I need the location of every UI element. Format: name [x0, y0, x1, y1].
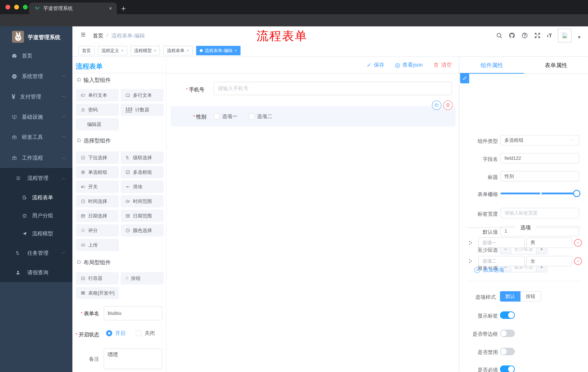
font-size-icon[interactable]: тT	[547, 32, 552, 39]
delete-component-button[interactable]	[443, 100, 453, 110]
component-card-editor[interactable]: 编辑器	[76, 118, 119, 130]
tag-process-form-edit[interactable]: 流程表单-编辑×	[196, 46, 241, 55]
component-card-rate[interactable]: ☆评分	[76, 224, 119, 237]
sidebar-item-payment[interactable]: ¥ 支付管理 ﹀	[0, 87, 73, 106]
title-input[interactable]	[501, 171, 579, 181]
save-button[interactable]: ✓ 保存	[367, 61, 384, 69]
component-card-date-range[interactable]: 日期范围	[121, 210, 164, 222]
radio-selected-icon[interactable]	[106, 330, 112, 336]
status-radio-off[interactable]: 关闭	[136, 330, 155, 337]
component-card-cascader[interactable]: 级联选择	[121, 151, 164, 164]
help-icon[interactable]	[521, 32, 528, 39]
new-tab-button[interactable]: +	[121, 4, 126, 13]
component-card-password[interactable]: 密码	[76, 104, 119, 116]
component-card-date-picker[interactable]: 日期选择	[76, 210, 119, 222]
remove-option-button[interactable]: −	[574, 239, 582, 247]
sidebar-item-infrastructure[interactable]: 基础设施 ﹀	[0, 107, 73, 127]
component-card-switch[interactable]: 开关	[76, 181, 119, 193]
gender-option-1[interactable]: 选项一	[214, 113, 237, 120]
sidebar-item-process-form[interactable]: 流程表单	[0, 188, 73, 207]
with-border-toggle[interactable]	[500, 329, 515, 337]
option-1-label-input[interactable]	[478, 237, 525, 248]
close-tag-icon[interactable]: ×	[187, 48, 189, 53]
tag-process-definition[interactable]: 流程定义×	[98, 46, 127, 55]
search-icon[interactable]	[496, 32, 503, 39]
component-card-counter[interactable]: 123计数器	[121, 104, 164, 116]
clear-button[interactable]: 清空	[433, 61, 452, 69]
tag-process-form[interactable]: 流程表单×	[163, 46, 193, 55]
close-tag-icon[interactable]: ×	[235, 48, 237, 53]
show-label-toggle[interactable]	[500, 311, 515, 319]
sidebar-item-workflow[interactable]: 工作流程 ︿	[0, 149, 73, 167]
link-tag-button[interactable]	[460, 73, 469, 83]
user-avatar[interactable]	[558, 29, 572, 43]
component-card-slider[interactable]: 滑块	[121, 181, 164, 193]
selected-component-block[interactable]	[171, 106, 456, 127]
drag-handle-icon[interactable]	[467, 240, 473, 246]
option-2-value-input[interactable]	[526, 256, 572, 266]
close-tag-icon[interactable]: ×	[154, 48, 156, 53]
sidebar-item-dev-tools[interactable]: 研发工具 ﹀	[0, 128, 73, 147]
checkbox-unchecked-icon[interactable]	[249, 114, 254, 119]
component-card-dropdown[interactable]: 下拉选择	[76, 151, 119, 164]
slider-handle[interactable]	[573, 190, 580, 197]
form-remark-textarea[interactable]: 嘿嘿	[104, 348, 162, 369]
gender-option-2[interactable]: 选项二	[249, 113, 272, 120]
phone-field-input[interactable]	[214, 82, 452, 95]
window-controls[interactable]	[5, 5, 28, 10]
component-card-button[interactable]: ☝按钮	[121, 272, 164, 285]
component-card-row-container[interactable]: 行容器	[76, 272, 119, 285]
tab-component-props[interactable]: 组件属性	[460, 57, 524, 74]
close-tab-icon[interactable]: ×	[109, 5, 112, 11]
tag-process-model[interactable]: 流程模型×	[131, 46, 160, 55]
status-radio-on[interactable]: 开启	[106, 330, 125, 337]
avatar-dropdown-caret-icon[interactable]: ▾	[578, 34, 580, 40]
close-tag-icon[interactable]: ×	[121, 48, 124, 53]
sidebar-item-leave-query[interactable]: 请假查询	[0, 263, 73, 282]
component-card-single-line-text[interactable]: 单行文本	[76, 89, 119, 101]
remove-option-button[interactable]: −	[574, 257, 582, 265]
collapse-sidebar-icon[interactable]	[80, 32, 86, 37]
component-card-table-wip[interactable]: 表格[开发中]	[76, 287, 119, 299]
label-width-input[interactable]	[501, 208, 579, 218]
component-card-time-range[interactable]: 时间范围	[121, 195, 164, 207]
sidebar-item-process-management[interactable]: 流程管理 ︿	[0, 169, 73, 188]
component-card-time-picker[interactable]: 时间选择	[76, 195, 119, 207]
fullscreen-icon[interactable]	[534, 32, 541, 39]
sidebar-item-home[interactable]: 首页	[0, 46, 73, 65]
sidebar-item-task-management[interactable]: 任务管理 ﹀	[0, 244, 73, 263]
form-name-input[interactable]	[104, 306, 162, 320]
sidebar-item-system[interactable]: 系统管理 ﹀	[0, 67, 73, 86]
checkbox-unchecked-icon[interactable]	[214, 114, 220, 119]
component-card-upload[interactable]: 上传	[76, 239, 119, 251]
add-option-button[interactable]: + 添加选项	[474, 266, 504, 274]
radio-unselected-icon[interactable]	[136, 330, 142, 336]
close-window-button[interactable]	[5, 5, 10, 10]
tag-home[interactable]: 首页	[78, 46, 94, 55]
github-icon[interactable]	[508, 32, 515, 39]
breadcrumb-home[interactable]: 首页	[93, 32, 103, 40]
zoom-window-button[interactable]	[23, 5, 28, 10]
component-card-radio-group[interactable]: 单选框组	[76, 166, 119, 178]
option-2-label-input[interactable]	[478, 256, 525, 266]
component-card-color-picker[interactable]: 颜色选择	[121, 224, 164, 237]
tab-form-props[interactable]: 表单属性	[524, 57, 588, 74]
drag-handle-icon[interactable]	[467, 258, 473, 264]
style-default-button[interactable]: 默认	[500, 291, 521, 302]
disabled-toggle[interactable]	[500, 348, 515, 355]
option-1-value-input[interactable]	[526, 237, 572, 248]
field-name-input[interactable]	[501, 153, 579, 163]
component-card-checkbox-group[interactable]: 多选框组	[121, 166, 164, 178]
component-card-multi-line-text[interactable]: 多行文本	[121, 89, 164, 101]
sidebar-item-user-group[interactable]: 用户分组	[0, 206, 73, 225]
form-grid-slider[interactable]	[501, 192, 579, 194]
view-json-button[interactable]: ◎ 查看json	[395, 61, 423, 69]
sidebar-brand[interactable]: 芋道管理系统	[0, 26, 73, 48]
style-button-button[interactable]: 按钮	[521, 291, 541, 302]
required-toggle[interactable]	[500, 365, 515, 372]
browser-tab[interactable]: 芋道管理系统 ×	[29, 2, 117, 14]
component-type-select[interactable]: 多选框组 ﹀	[501, 135, 579, 145]
sidebar-item-process-model[interactable]: 流程模型	[0, 224, 73, 243]
minimize-window-button[interactable]	[14, 5, 19, 10]
copy-component-button[interactable]	[432, 100, 441, 110]
